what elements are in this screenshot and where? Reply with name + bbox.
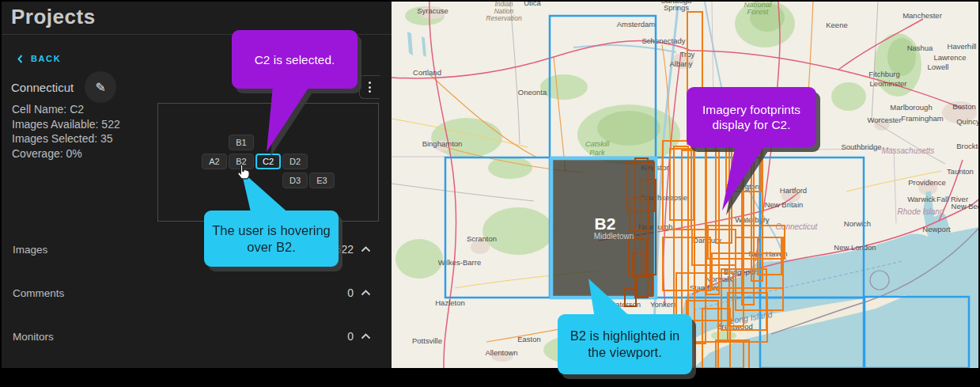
map-label: Nashua	[907, 44, 933, 52]
map-label: Worcester	[867, 116, 901, 124]
map-label: Utica	[524, 2, 541, 7]
app-window: Projects BACK Connecticut ✎ Cell Name: C…	[0, 0, 980, 387]
map-label: Lowell	[928, 63, 949, 71]
map-label: Norwich	[844, 219, 871, 228]
map-label: Manchester	[902, 11, 942, 20]
map-label: Waterbury	[735, 215, 770, 224]
map-label: Fitchburg	[868, 70, 900, 78]
callout-imagery-footprints: Imagery footprintsdisplay for C2.	[687, 87, 821, 214]
map-label: Warwick	[907, 195, 936, 203]
stat-cell-name: Cell Name: C2	[12, 102, 120, 117]
map-label: Haverhill	[948, 42, 977, 51]
map-label: Lawrence	[933, 53, 966, 62]
map-label: Marlborough	[890, 103, 932, 112]
bottom-letterbox	[0, 368, 980, 387]
section-label: Monitors	[13, 331, 54, 343]
chevron-up-icon[interactable]	[361, 333, 371, 340]
callout-text: C2 is selected.	[232, 30, 358, 89]
callout-text: The user is hoveringover B2.	[204, 211, 339, 267]
map-label: Forest	[747, 7, 769, 16]
map-label: Rhode Island	[898, 207, 944, 216]
map-label: Boston	[952, 102, 976, 111]
stat-images-available: Images Available: 522	[12, 117, 120, 132]
dot-icon	[369, 86, 371, 89]
map-label: Taunton	[947, 167, 974, 176]
map-label: Schenectady	[642, 36, 686, 45]
callout-c2-selected: C2 is selected.	[232, 30, 366, 157]
map-label: Framingham	[901, 114, 943, 123]
section-count: 0	[347, 286, 354, 299]
map-label: Park	[589, 148, 606, 157]
dot-icon	[369, 82, 371, 84]
back-label: BACK	[31, 54, 61, 63]
section-monitors[interactable]: Monitors 0	[2, 328, 382, 345]
map-label: Pottsville	[412, 336, 442, 345]
map-label: Binghamton	[422, 139, 463, 148]
stat-coverage: Coverage: 0%	[12, 146, 120, 161]
page-title: Projects	[11, 5, 96, 29]
map-label: Allentown	[485, 348, 517, 357]
map-label: Leominster	[870, 79, 907, 88]
back-link[interactable]: BACK	[17, 54, 61, 63]
dot-icon	[369, 90, 371, 93]
map-label: Providence	[908, 178, 946, 187]
map-label: Quincy	[956, 117, 978, 126]
callout-text: B2 is highlighted inthe viewport.	[558, 314, 692, 374]
callout-b2-highlighted: B2 is highlighted inthe viewport.	[558, 277, 696, 377]
chevron-left-icon	[17, 55, 23, 63]
map-label: Newport	[922, 225, 951, 233]
map-label: Amsterdam	[617, 20, 656, 28]
callout-hover-b2: The user is hoveringover B2.	[204, 169, 342, 269]
highlighted-cell-label: B2	[595, 214, 616, 233]
map-label: Syracuse	[417, 6, 448, 15]
section-label: Images	[13, 244, 47, 256]
map-label: Easton	[517, 335, 541, 343]
section-label: Comments	[13, 287, 64, 299]
map-label: Catskill	[585, 139, 611, 148]
project-name: Connecticut	[11, 81, 74, 94]
stat-images-selected: Images Selected: 35	[12, 131, 120, 146]
map-label: Middletown	[594, 232, 634, 241]
edit-project-button[interactable]: ✎	[85, 71, 116, 103]
minimap-cell-button-A2[interactable]: A2	[202, 154, 227, 169]
cell-stats: Cell Name: C2 Images Available: 522 Imag…	[12, 102, 120, 161]
map-label: Brockton	[956, 142, 978, 150]
map-label: Cortland	[413, 68, 441, 77]
map-label: Albany	[669, 59, 692, 68]
map-label: New Bedford	[952, 202, 978, 211]
map-label: Keene	[826, 21, 847, 29]
map-label: Hazleton	[435, 298, 465, 307]
hand-cursor-icon	[234, 163, 252, 182]
map-label: Springs	[664, 3, 689, 12]
map-label: Southbridge	[841, 142, 881, 151]
section-count: 0	[347, 330, 354, 343]
map-label: Reservation	[486, 14, 522, 22]
map-label: Connecticut	[776, 222, 819, 231]
project-row: Connecticut ✎	[11, 71, 116, 103]
map-label: Massachusetts	[882, 146, 935, 155]
map-label: New London	[834, 243, 876, 252]
chevron-up-icon[interactable]	[361, 246, 371, 252]
callout-text: Imagery footprintsdisplay for C2.	[687, 87, 816, 147]
map-label: Oneonta	[518, 88, 547, 97]
pencil-icon: ✎	[96, 80, 106, 95]
map-label: Scranton	[467, 234, 497, 243]
section-comments[interactable]: Comments 0	[2, 284, 382, 302]
chevron-up-icon[interactable]	[361, 290, 371, 296]
